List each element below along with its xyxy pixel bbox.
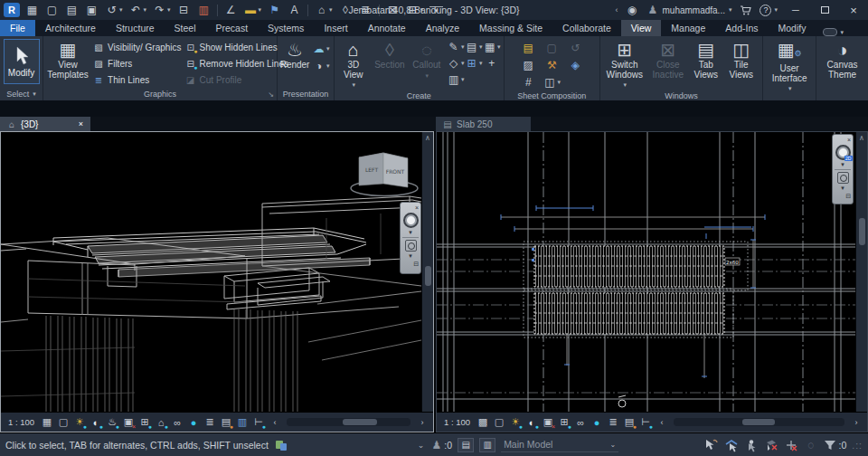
ribbon-display-toggle[interactable]: ▾ <box>823 28 844 36</box>
worksets-button[interactable]: ▤ <box>458 438 474 452</box>
shadows-icon[interactable]: ◐● <box>90 416 102 429</box>
crop-view-icon[interactable]: ▣× <box>542 416 554 429</box>
drag-elements-icon[interactable] <box>784 438 798 452</box>
tab-views-button[interactable]: ▤ Tab Views <box>690 39 722 81</box>
duplicate-view-button[interactable]: ⊞▾ <box>465 57 483 71</box>
sun-path-icon[interactable]: ☀● <box>509 416 522 429</box>
tab-structure[interactable]: Structure <box>106 20 165 36</box>
view-reference-icon[interactable]: ⚒ <box>545 58 559 71</box>
chevron-down-icon[interactable]: ▼ <box>840 185 845 191</box>
remove-hidden-lines-button[interactable]: ⊟●Remove Hidden Lines <box>184 55 288 71</box>
design-options-button[interactable]: ▥ <box>479 438 495 452</box>
visibility-graphics-button[interactable]: ▧Visibility/ Graphics <box>92 39 182 55</box>
drafting-view-button[interactable]: ✎▾ <box>447 41 465 54</box>
tab-systems[interactable]: Systems <box>258 20 314 36</box>
undo-button[interactable]: ↶▾ <box>129 4 147 17</box>
switch-windows-button[interactable]: ⊞▾ <box>406 4 424 17</box>
view-cube[interactable]: LEFT FRONT <box>347 143 421 199</box>
visual-style-icon[interactable]: ▢ <box>57 416 70 429</box>
tile-views-button[interactable]: ◫ Tile Views <box>725 39 758 81</box>
section-tool-icon[interactable]: ◊ <box>339 4 353 17</box>
bim-interoperability-icon[interactable]: ▦ <box>25 4 39 17</box>
horizontal-scrollbar[interactable] <box>674 418 844 426</box>
tab-architecture[interactable]: Architecture <box>35 20 106 36</box>
design-option-select[interactable]: Main Model ⌄ <box>501 438 618 452</box>
view-templates-button[interactable]: ▦ View Templates <box>46 39 90 81</box>
canvas-theme-button[interactable]: ◑ Canvas Theme <box>820 39 865 81</box>
scroll-left-icon[interactable]: ‹ <box>269 416 281 429</box>
chevron-down-icon[interactable]: ▼ <box>408 253 413 259</box>
new-sheet-icon[interactable]: ▤ <box>522 41 535 54</box>
displacement-sets-icon[interactable]: ▤● <box>220 416 232 429</box>
temporary-view-properties-icon[interactable]: ≣ <box>203 416 216 429</box>
default-3d-view-button[interactable]: ⌂▾ <box>315 4 333 17</box>
shadows-icon[interactable]: ◐● <box>525 416 538 429</box>
close-button[interactable]: × <box>843 2 864 18</box>
scroll-right-icon[interactable]: › <box>416 416 429 429</box>
modify-button[interactable]: Modify <box>4 39 40 84</box>
restore-button[interactable] <box>814 2 835 18</box>
show-hidden-lines-button[interactable]: ⊡●Show Hidden Lines <box>184 39 288 55</box>
tab-collaborate[interactable]: Collaborate <box>552 20 621 36</box>
measure-icon[interactable]: ∠ <box>224 4 238 17</box>
scroll-left-icon[interactable]: ‹ <box>656 416 668 429</box>
steering-wheel-2d-icon[interactable]: 2D <box>835 145 851 160</box>
detail-level-icon[interactable]: ▩ <box>476 416 489 429</box>
collapse-toolbar-icon[interactable]: ‹ <box>615 5 618 14</box>
save-icon[interactable]: ▣ <box>85 4 99 17</box>
scroll-up-icon[interactable]: ∧ <box>859 132 864 143</box>
thin-lines-icon[interactable]: ≣ <box>359 4 373 17</box>
help-menu[interactable]: ?▾ <box>760 5 778 16</box>
zoom-tool-icon[interactable] <box>837 172 849 184</box>
tab-manage[interactable]: Manage <box>661 20 715 36</box>
minimize-button[interactable]: ─ <box>785 2 807 18</box>
customize-qat-icon[interactable]: ▾ <box>429 6 443 14</box>
tab-steel[interactable]: Steel <box>165 20 206 36</box>
sheet-issues-icon[interactable]: ◈ <box>569 58 582 71</box>
print-icon[interactable]: ⊟ <box>177 4 191 17</box>
worksharing-display-icon[interactable]: ▥ <box>236 416 249 429</box>
matchline-icon[interactable]: ▨ <box>522 58 535 71</box>
viewport-slab-250[interactable]: 2x60 × 2D ▼ ▼ ⊟ ∧ 1 : 100 ▩ ▢ ☀● <box>436 131 868 432</box>
detail-level-icon[interactable]: ▦ <box>41 416 53 429</box>
render-button[interactable]: ♨ Render <box>280 39 309 71</box>
collapse-navbar-icon[interactable]: ⊟ <box>845 193 851 200</box>
select-links-icon[interactable] <box>704 438 719 452</box>
close-document-icon[interactable]: ▥ <box>197 4 211 17</box>
scrollbar-thumb[interactable] <box>742 419 775 425</box>
reveal-constraints-icon[interactable]: ⊢● <box>639 416 652 429</box>
navigation-bar[interactable]: × 2D ▼ ▼ ⊟ <box>832 134 854 204</box>
tab-analyze[interactable]: Analyze <box>416 20 469 36</box>
tab-add-ins[interactable]: Add-Ins <box>715 20 768 36</box>
plan-drawing[interactable]: 2x60 <box>437 132 855 412</box>
search-icon[interactable]: ◉ <box>625 4 638 17</box>
scroll-up-icon[interactable]: ∧ <box>425 132 430 143</box>
tab-precast[interactable]: Precast <box>206 20 259 36</box>
panel-label-select[interactable]: Select▾ <box>0 88 42 100</box>
dialog-launcher-icon[interactable]: ↘ <box>268 91 274 99</box>
resize-grip[interactable]: .:: <box>852 440 863 451</box>
legends-button[interactable]: ▥▾ <box>447 73 465 87</box>
render-in-cloud-button[interactable]: ☁▾ <box>312 42 330 55</box>
steering-wheel-icon[interactable] <box>403 213 419 228</box>
view-scale-button[interactable]: 1 : 100 <box>441 417 473 427</box>
temporary-hide-isolate-icon[interactable]: ∞ <box>574 416 587 429</box>
visual-style-icon[interactable]: ▢ <box>493 416 505 429</box>
reveal-hidden-elements-icon[interactable]: ● <box>187 416 200 429</box>
filters-button[interactable]: ▨Filters <box>92 55 182 71</box>
tab-annotate[interactable]: Annotate <box>358 20 416 36</box>
app-store-cart-icon[interactable] <box>739 4 752 17</box>
new-file-icon[interactable]: ▢ <box>45 4 59 17</box>
plan-views-button[interactable]: ▤▾ <box>465 41 483 54</box>
user-interface-button[interactable]: ▦⚙ User Interface▾ <box>766 39 813 95</box>
sync-button[interactable]: ↺▾ <box>105 4 123 17</box>
vertical-scrollbar[interactable]: ∧ <box>855 132 867 412</box>
tab-massing-site[interactable]: Massing & Site <box>469 20 552 36</box>
zoom-tool-icon[interactable] <box>405 240 417 252</box>
collapse-navbar-icon[interactable]: ⊟ <box>413 261 419 268</box>
thin-lines-button[interactable]: ≣Thin Lines <box>92 71 182 88</box>
reveal-constraints-icon[interactable]: ⊢● <box>252 416 265 429</box>
reveal-hidden-elements-icon[interactable]: ● <box>590 416 603 429</box>
tab-view[interactable]: View <box>621 20 662 36</box>
lock-3d-view-icon[interactable]: ⌂● <box>155 416 167 429</box>
